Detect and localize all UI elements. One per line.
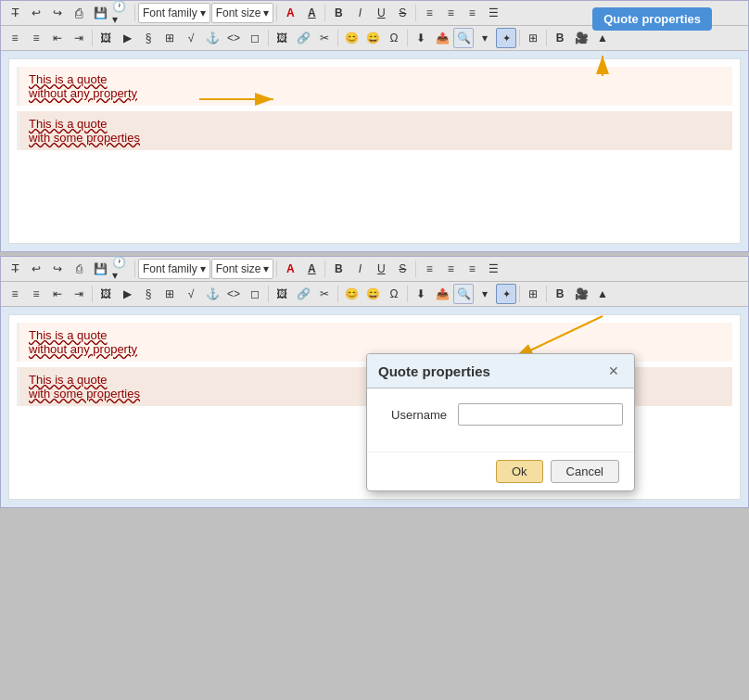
underline2-icon[interactable]: U: [371, 259, 391, 279]
anchor-icon[interactable]: ⚓: [202, 28, 222, 48]
list-unordered-icon[interactable]: ≡: [5, 28, 25, 48]
upload-icon[interactable]: 📤: [432, 28, 452, 48]
video-icon[interactable]: 🎥: [571, 28, 591, 48]
remove-format-icon[interactable]: T̶: [5, 3, 25, 23]
save-icon[interactable]: 💾: [90, 3, 110, 23]
font-color-icon[interactable]: A: [280, 3, 300, 23]
media2-icon[interactable]: ▶: [117, 284, 137, 304]
insert-link-icon[interactable]: 🔗: [293, 28, 313, 48]
list-ordered2-icon[interactable]: ≡: [26, 284, 46, 304]
strikethrough-icon[interactable]: S: [392, 3, 413, 23]
save2-icon[interactable]: 💾: [90, 259, 110, 279]
align-left-icon[interactable]: ≡: [419, 3, 439, 23]
anchor2-icon[interactable]: ⚓: [202, 284, 222, 304]
formula-icon[interactable]: √: [181, 28, 201, 48]
cancel-button[interactable]: Cancel: [551, 460, 619, 483]
bold4-icon[interactable]: B: [550, 284, 570, 304]
outdent-icon[interactable]: ⇤: [47, 28, 68, 48]
dialog-title: Quote properties: [378, 363, 490, 379]
sep12: [276, 261, 277, 277]
align-justify-icon[interactable]: ☰: [483, 3, 503, 23]
font-family-dropdown-2[interactable]: Font family ▾: [138, 259, 210, 279]
italic-icon[interactable]: I: [349, 3, 370, 23]
list-unordered2-icon[interactable]: ≡: [5, 284, 25, 304]
indent-icon[interactable]: ⇥: [69, 28, 89, 48]
dialog-close-button[interactable]: ✕: [604, 362, 623, 380]
sep10: [546, 30, 547, 46]
chart2-icon[interactable]: ▲: [592, 284, 613, 304]
code2-icon[interactable]: <>: [223, 284, 244, 304]
insert-link2-icon[interactable]: 🔗: [293, 284, 313, 304]
download2-icon[interactable]: ⬇: [411, 284, 431, 304]
list-ordered-icon[interactable]: ≡: [26, 28, 46, 48]
font-size-dropdown-2[interactable]: Font size ▾: [211, 259, 274, 279]
formula2-icon[interactable]: √: [181, 284, 201, 304]
redo2-icon[interactable]: ↪: [47, 259, 68, 279]
align-left2-icon[interactable]: ≡: [419, 259, 439, 279]
bold2-icon[interactable]: B: [550, 28, 570, 48]
align-center-icon[interactable]: ≡: [440, 3, 461, 23]
strikethrough2-icon[interactable]: S: [392, 259, 413, 279]
bold3-icon[interactable]: B: [328, 259, 349, 279]
search2-icon[interactable]: 🔍: [453, 284, 474, 304]
media-icon[interactable]: ▶: [117, 28, 137, 48]
redo-icon[interactable]: ↪: [47, 3, 68, 23]
print2-icon[interactable]: ⎙: [69, 259, 89, 279]
underline-icon[interactable]: U: [371, 3, 391, 23]
history2-icon[interactable]: 🕐▾: [111, 259, 132, 279]
video2-icon[interactable]: 🎥: [571, 284, 591, 304]
code-icon[interactable]: <>: [223, 28, 244, 48]
insert-image4-icon[interactable]: 🖼: [272, 284, 292, 304]
search-dropdown-icon[interactable]: ▾: [475, 28, 495, 48]
undo-icon[interactable]: ↩: [26, 3, 46, 23]
search-dropdown2-icon[interactable]: ▾: [475, 284, 495, 304]
insert-image3-icon[interactable]: 🖼: [95, 284, 116, 304]
omega-icon[interactable]: Ω: [384, 28, 404, 48]
font-size-dropdown[interactable]: Font size ▾: [211, 3, 274, 23]
font-bg-icon[interactable]: A: [301, 3, 322, 23]
font-bg2-icon[interactable]: A: [301, 259, 322, 279]
font-family-dropdown[interactable]: Font family ▾: [138, 3, 210, 23]
insert-image-icon[interactable]: 🖼: [95, 28, 116, 48]
align-right2-icon[interactable]: ≡: [462, 259, 482, 279]
download-icon[interactable]: ⬇: [411, 28, 431, 48]
remove-format2-icon[interactable]: T̶: [5, 259, 25, 279]
special-char-icon[interactable]: §: [138, 28, 159, 48]
undo2-icon[interactable]: ↩: [26, 259, 46, 279]
bold-icon[interactable]: B: [328, 3, 349, 23]
shape2-icon[interactable]: ◻: [245, 284, 265, 304]
align-center2-icon[interactable]: ≡: [440, 259, 461, 279]
table2-icon[interactable]: ⊞: [523, 28, 543, 48]
outdent2-icon[interactable]: ⇤: [47, 284, 68, 304]
unlink-icon[interactable]: ✂: [314, 28, 335, 48]
upload2-icon[interactable]: 📤: [432, 284, 452, 304]
search-icon[interactable]: 🔍: [453, 28, 474, 48]
shape-icon[interactable]: ◻: [245, 28, 265, 48]
print-icon[interactable]: ⎙: [69, 3, 89, 23]
emoji2-icon[interactable]: 😊: [341, 284, 362, 304]
smiley-icon[interactable]: 😄: [362, 28, 383, 48]
history-dropdown-icon[interactable]: 🕐▾: [111, 3, 132, 23]
smiley2-icon[interactable]: 😄: [362, 284, 383, 304]
unlink2-icon[interactable]: ✂: [314, 284, 335, 304]
align-justify2-icon[interactable]: ☰: [483, 259, 503, 279]
quote-properties-icon[interactable]: ✦: [496, 28, 516, 48]
emoji-icon[interactable]: 😊: [341, 28, 362, 48]
username-input[interactable]: [458, 403, 623, 426]
quote-properties2-icon[interactable]: ✦: [496, 284, 516, 304]
align-right-icon[interactable]: ≡: [462, 3, 482, 23]
chart-icon[interactable]: ▲: [592, 28, 613, 48]
table3-icon[interactable]: ⊞: [159, 284, 180, 304]
omega2-icon[interactable]: Ω: [384, 284, 404, 304]
indent2-icon[interactable]: ⇥: [69, 284, 89, 304]
italic2-icon[interactable]: I: [349, 259, 370, 279]
insert-image2-icon[interactable]: 🖼: [272, 28, 292, 48]
ok-button[interactable]: Ok: [496, 460, 543, 483]
table4-icon[interactable]: ⊞: [523, 284, 543, 304]
special-char2-icon[interactable]: §: [138, 284, 159, 304]
quote-properties-dialog[interactable]: Quote properties ✕ Username Ok Cancel: [366, 353, 635, 491]
font-size-chevron: ▾: [263, 6, 269, 19]
table-icon[interactable]: ⊞: [159, 28, 180, 48]
quote1-line2: without any property: [29, 86, 723, 100]
font-color2-icon[interactable]: A: [280, 259, 300, 279]
